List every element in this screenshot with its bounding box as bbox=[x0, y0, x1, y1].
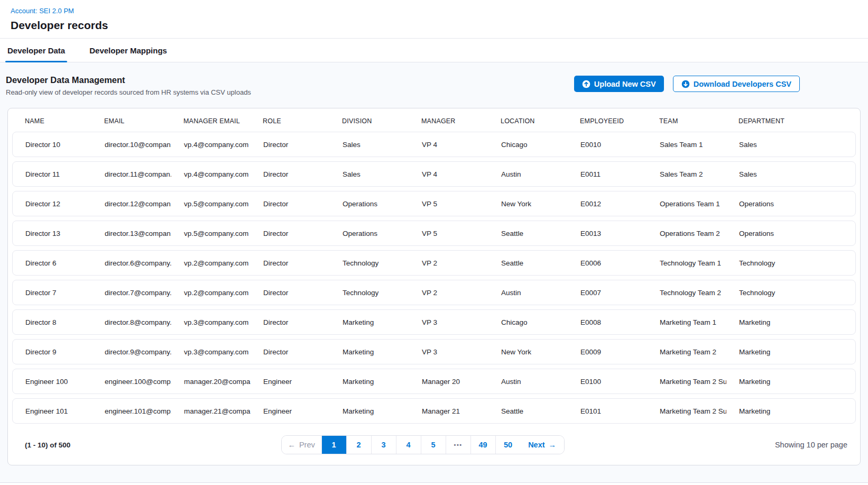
upload-circle-icon bbox=[582, 80, 590, 88]
cell-team: Technology Team 1 bbox=[647, 259, 726, 267]
cell-manager-email: vp.5@company.com bbox=[171, 200, 251, 208]
cell-team: Marketing Team 2 bbox=[647, 348, 726, 356]
cell-role: Director bbox=[251, 348, 330, 356]
cell-employeeid: E0008 bbox=[568, 318, 647, 326]
cell-email: engineer.101@comp... bbox=[92, 407, 171, 415]
tab-bar: Developer Data Developer Mappings bbox=[0, 39, 868, 62]
cell-team: Technology Team 2 bbox=[647, 289, 726, 297]
cell-team: Operations Team 2 bbox=[647, 230, 726, 237]
cell-role: Director bbox=[251, 289, 330, 297]
cell-division: Sales bbox=[330, 170, 409, 178]
tab-developer-data[interactable]: Developer Data bbox=[6, 39, 67, 62]
cell-email: director.6@company.... bbox=[92, 259, 171, 267]
cell-name: Director 9 bbox=[13, 348, 92, 356]
cell-manager-email: vp.4@company.com bbox=[171, 170, 251, 178]
cell-manager: VP 4 bbox=[409, 141, 488, 149]
column-header-email: EMAIL bbox=[104, 117, 183, 125]
cell-email: director.10@compan... bbox=[92, 141, 171, 149]
cell-location: Austin bbox=[488, 378, 568, 386]
upload-new-csv-button[interactable]: Upload New CSV bbox=[574, 76, 664, 92]
cell-email: director.8@company.... bbox=[92, 318, 171, 326]
pagination-control: ← Prev 12345•••4950 Next → bbox=[281, 435, 565, 454]
cell-division: Operations bbox=[330, 200, 409, 208]
page-button-5[interactable]: 5 bbox=[421, 436, 446, 454]
prev-page-button[interactable]: ← Prev bbox=[282, 436, 322, 454]
column-header-division: DIVISION bbox=[342, 117, 421, 125]
cell-division: Marketing bbox=[330, 407, 409, 415]
table-row: Director 11director.11@compan...vp.4@com… bbox=[12, 161, 856, 187]
cell-division: Operations bbox=[330, 230, 409, 237]
cell-name: Director 11 bbox=[13, 170, 92, 178]
cell-department: Marketing bbox=[726, 348, 855, 356]
account-breadcrumb-link[interactable]: Account: SEI 2.0 PM bbox=[11, 7, 74, 15]
cell-employeeid: E0007 bbox=[568, 289, 647, 297]
cell-employeeid: E0009 bbox=[568, 348, 647, 356]
cell-employeeid: E0101 bbox=[568, 407, 647, 415]
page-button-4[interactable]: 4 bbox=[396, 436, 421, 454]
cell-manager-email: vp.3@company.com bbox=[171, 318, 251, 326]
table-row: Engineer 101engineer.101@comp...manager.… bbox=[12, 398, 856, 424]
cell-location: Seattle bbox=[488, 407, 568, 415]
table-row: Director 10director.10@compan...vp.4@com… bbox=[12, 132, 856, 157]
page-button-1[interactable]: 1 bbox=[322, 436, 347, 454]
cell-department: Operations bbox=[726, 200, 855, 208]
cell-location: New York bbox=[488, 348, 568, 356]
cell-manager: VP 3 bbox=[409, 318, 488, 326]
cell-manager: Manager 20 bbox=[409, 378, 488, 386]
column-header-manager: MANAGER bbox=[421, 117, 501, 125]
column-header-department: DEPARTMENT bbox=[738, 117, 856, 125]
cell-manager-email: vp.4@company.com bbox=[171, 141, 251, 149]
cell-employeeid: E0010 bbox=[568, 141, 647, 149]
cell-email: director.7@company.... bbox=[92, 289, 171, 297]
next-page-button[interactable]: Next → bbox=[521, 436, 564, 454]
section-header: Developer Data Management Read-only view… bbox=[0, 75, 868, 108]
cell-department: Technology bbox=[726, 289, 855, 297]
column-header-manager-email: MANAGER EMAIL bbox=[183, 117, 263, 125]
cell-department: Marketing bbox=[726, 318, 855, 326]
cell-division: Marketing bbox=[330, 348, 409, 356]
page-button-2[interactable]: 2 bbox=[347, 436, 372, 454]
table-row: Director 13director.13@compan...vp.5@com… bbox=[12, 221, 856, 246]
csv-button-group: Upload New CSV Download Developers CSV bbox=[574, 76, 800, 92]
cell-name: Director 8 bbox=[13, 318, 92, 326]
cell-role: Director bbox=[251, 170, 330, 178]
table-body: Director 10director.10@compan...vp.4@com… bbox=[8, 132, 860, 424]
cell-location: Seattle bbox=[488, 230, 568, 237]
page-button-49[interactable]: 49 bbox=[471, 436, 496, 454]
table-row: Director 6director.6@company....vp.2@com… bbox=[12, 250, 856, 276]
cell-location: Austin bbox=[488, 170, 568, 178]
cell-manager: VP 3 bbox=[409, 348, 488, 356]
cell-employeeid: E0013 bbox=[568, 230, 647, 237]
cell-manager-email: manager.20@compa... bbox=[171, 378, 251, 386]
page-button-3[interactable]: 3 bbox=[372, 436, 396, 454]
cell-role: Director bbox=[251, 141, 330, 149]
next-label: Next bbox=[528, 441, 544, 449]
cell-team: Marketing Team 2 Su... bbox=[647, 407, 726, 415]
cell-manager: VP 2 bbox=[409, 259, 488, 267]
download-developers-csv-button[interactable]: Download Developers CSV bbox=[673, 76, 800, 92]
cell-email: director.9@company.... bbox=[92, 348, 171, 356]
cell-department: Marketing bbox=[726, 407, 855, 415]
left-arrow-icon: ← bbox=[288, 441, 296, 449]
pagination-pages: 12345•••4950 bbox=[322, 436, 521, 454]
cell-role: Engineer bbox=[251, 407, 330, 415]
table-row: Director 12director.12@compan...vp.5@com… bbox=[12, 191, 856, 216]
cell-location: Seattle bbox=[488, 259, 568, 267]
column-header-team: TEAM bbox=[659, 117, 738, 125]
cell-role: Director bbox=[251, 230, 330, 237]
cell-manager-email: vp.5@company.com bbox=[171, 230, 251, 237]
cell-role: Director bbox=[251, 318, 330, 326]
developer-data-table: NAMEEMAILMANAGER EMAILROLEDIVISIONMANAGE… bbox=[7, 108, 861, 465]
result-range-label: (1 - 10) of 500 bbox=[25, 441, 70, 449]
tab-developer-mappings[interactable]: Developer Mappings bbox=[88, 39, 169, 62]
prev-label: Prev bbox=[299, 441, 315, 449]
download-button-label: Download Developers CSV bbox=[694, 80, 791, 88]
cell-manager: VP 5 bbox=[409, 200, 488, 208]
page-title: Developer records bbox=[11, 19, 868, 32]
table-row: Director 9director.9@company....vp.3@com… bbox=[12, 339, 856, 364]
page-button-50[interactable]: 50 bbox=[496, 436, 521, 454]
cell-location: Austin bbox=[488, 289, 568, 297]
cell-employeeid: E0100 bbox=[568, 378, 647, 386]
cell-department: Technology bbox=[726, 259, 855, 267]
cell-team: Marketing Team 2 Su... bbox=[647, 378, 726, 386]
